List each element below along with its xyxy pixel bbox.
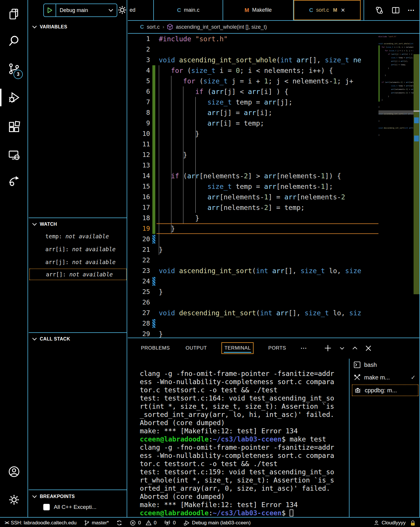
line-number[interactable]: 25 bbox=[128, 287, 150, 297]
line-number[interactable]: 6 bbox=[128, 86, 150, 97]
tab-terminal[interactable]: TERMINAL bbox=[221, 342, 254, 354]
code-line-14[interactable]: 14 if (arr[nelements-2] > arr[nelements-… bbox=[128, 171, 378, 181]
line-number[interactable]: 29 bbox=[128, 329, 150, 338]
code-line-10[interactable]: 10 } bbox=[128, 129, 378, 139]
line-number[interactable]: 7 bbox=[128, 97, 150, 107]
line-number[interactable]: 18 bbox=[128, 213, 150, 223]
tab-ports[interactable]: PORTS bbox=[267, 343, 287, 353]
line-number[interactable]: 8 bbox=[128, 107, 150, 118]
debug-start-icon[interactable] bbox=[44, 7, 56, 14]
tab-ed[interactable]: ed bbox=[128, 0, 154, 20]
line-number[interactable]: 20 bbox=[128, 234, 150, 244]
code-line-23[interactable]: 23void ascending_int_sort(int arr[], siz… bbox=[128, 266, 378, 276]
breadcrumb-symbol[interactable]: ascending_int_sort_whole(int [], size_t) bbox=[176, 24, 267, 30]
tab-output[interactable]: OUTPUT bbox=[184, 343, 208, 353]
debug-config-dropdown[interactable]: Debug main bbox=[43, 4, 117, 17]
new-terminal-icon[interactable] bbox=[324, 344, 332, 352]
code-line-24[interactable]: 24 bbox=[128, 276, 378, 287]
remote-explorer-icon[interactable] bbox=[8, 149, 20, 161]
code-line-2[interactable]: 2 bbox=[128, 44, 378, 55]
minimap-slider[interactable] bbox=[378, 110, 414, 114]
code-line-6[interactable]: 6 if (arr[j] < arr[i] ) { bbox=[128, 86, 378, 97]
code-line-5[interactable]: 5 for (size_t j = i + 1; j < nelements-1… bbox=[128, 76, 378, 86]
account-status[interactable]: Cloudlyyyy bbox=[373, 520, 406, 526]
line-number[interactable]: 10 bbox=[128, 129, 150, 139]
code-line-4[interactable]: 4 for (size_t i = 0; i < nelements; i++)… bbox=[128, 65, 378, 76]
code-line-3[interactable]: 3void ascending_int_sort_whole(int arr[]… bbox=[128, 55, 378, 65]
close-panel-icon[interactable] bbox=[366, 345, 371, 351]
line-number[interactable]: 9 bbox=[128, 118, 150, 129]
line-number[interactable]: 5 bbox=[128, 76, 150, 86]
watch-item-arr-i[interactable]: arr[i]: not available bbox=[29, 243, 127, 255]
section-divider[interactable] bbox=[29, 218, 127, 218]
open-changes-icon[interactable] bbox=[375, 6, 384, 15]
code-line-19[interactable]: 19 } bbox=[128, 223, 378, 234]
code-line-28[interactable]: 28 bbox=[128, 318, 378, 329]
line-number[interactable]: 27 bbox=[128, 308, 150, 318]
line-number[interactable]: 1 bbox=[128, 34, 150, 44]
terminal-list-item-bash[interactable]: bash bbox=[352, 359, 419, 371]
line-number[interactable]: 28 bbox=[128, 318, 150, 329]
code-line-17[interactable]: 17 arr[nelements-2] = temp; bbox=[128, 202, 378, 213]
more-panel-views-icon[interactable]: ··· bbox=[301, 345, 307, 352]
line-number[interactable]: 14 bbox=[128, 171, 150, 181]
code-line-29[interactable]: 29} bbox=[128, 329, 378, 338]
terminal-list-divider[interactable] bbox=[349, 359, 350, 518]
code-line-18[interactable]: 18 } bbox=[128, 213, 378, 223]
watch-item-temp[interactable]: temp: not available bbox=[29, 230, 127, 242]
code-line-25[interactable]: 25} bbox=[128, 287, 378, 297]
code-line-13[interactable]: 13 bbox=[128, 160, 378, 171]
section-divider[interactable] bbox=[29, 490, 127, 490]
code-line-27[interactable]: 27void descending_int_sort(int arr[], si… bbox=[128, 308, 378, 318]
explorer-icon[interactable] bbox=[8, 8, 20, 20]
breadcrumb-file[interactable]: sort.c bbox=[147, 24, 160, 30]
ports-indicator[interactable]: 0 bbox=[164, 520, 175, 526]
line-number[interactable]: 17 bbox=[128, 202, 150, 213]
code-line-12[interactable]: 12 } bbox=[128, 150, 378, 160]
problems-summary[interactable]: 0 0 bbox=[130, 520, 156, 526]
code-line-1[interactable]: 1#include "sort.h" bbox=[128, 34, 378, 44]
terminal-list-item-make[interactable]: make m... ✓ bbox=[352, 372, 419, 383]
code-line-15[interactable]: 15 size_t temp = arr[nelements-1]; bbox=[128, 181, 378, 192]
git-branch[interactable]: master* bbox=[84, 520, 109, 526]
watch-item-arr[interactable]: arr[]: not available bbox=[29, 268, 127, 280]
code-line-22[interactable]: 22 bbox=[128, 255, 378, 266]
terminal-output[interactable]: clang -g -fno-omit-frame-pointer -fsanit… bbox=[140, 369, 334, 517]
code-line-11[interactable]: 11 bbox=[128, 139, 378, 150]
minimap[interactable]: #include "sort.h"void ascending_int_sort… bbox=[378, 35, 414, 211]
more-actions-icon[interactable]: ··· bbox=[408, 6, 415, 14]
line-number[interactable]: 2 bbox=[128, 44, 150, 55]
tab-problems[interactable]: PROBLEMS bbox=[140, 343, 171, 353]
extensions-icon[interactable] bbox=[8, 120, 20, 133]
line-number[interactable]: 13 bbox=[128, 160, 150, 171]
search-icon[interactable] bbox=[8, 35, 20, 47]
line-number[interactable]: 23 bbox=[128, 266, 150, 276]
line-number[interactable]: 11 bbox=[128, 139, 150, 150]
line-number[interactable]: 15 bbox=[128, 181, 150, 192]
section-divider[interactable] bbox=[29, 332, 127, 333]
run-and-debug-icon[interactable] bbox=[8, 91, 20, 104]
split-editor-icon[interactable] bbox=[391, 6, 400, 15]
code-line-8[interactable]: 8 arr[j] = arr[i]; bbox=[128, 107, 378, 118]
accounts-icon[interactable] bbox=[8, 466, 20, 478]
launch-config-gear-icon[interactable] bbox=[117, 5, 127, 15]
section-header-variables[interactable]: VARIABLES bbox=[32, 23, 67, 31]
line-number[interactable]: 3 bbox=[128, 55, 150, 65]
code-editor[interactable]: 1#include "sort.h"23void ascending_int_s… bbox=[128, 34, 419, 338]
section-header-breakpoints[interactable]: BREAKPOINTS bbox=[32, 492, 75, 501]
section-header-watch[interactable]: WATCH bbox=[32, 220, 57, 228]
code-line-9[interactable]: 9 arr[i] = temp; bbox=[128, 118, 378, 129]
line-number[interactable]: 19 bbox=[128, 223, 150, 234]
overview-ruler[interactable] bbox=[414, 34, 419, 338]
tab-makefile[interactable]: M Makefile bbox=[223, 0, 294, 20]
checkbox[interactable] bbox=[43, 504, 50, 510]
terminal-dropdown-icon[interactable] bbox=[340, 347, 344, 350]
code-line-7[interactable]: 7 size_t temp = arr[j]; bbox=[128, 97, 378, 107]
sync-icon[interactable] bbox=[116, 520, 122, 526]
code-line-26[interactable]: 26 bbox=[128, 297, 378, 308]
tab-sort.c[interactable]: C sort.c M ✕ bbox=[294, 0, 361, 20]
line-number[interactable]: 24 bbox=[128, 276, 150, 287]
tab-main.c[interactable]: C main.c bbox=[154, 0, 223, 20]
close-icon[interactable]: ✕ bbox=[341, 7, 345, 13]
breakpoint-item[interactable]: All C++ Excepti... bbox=[29, 501, 127, 513]
